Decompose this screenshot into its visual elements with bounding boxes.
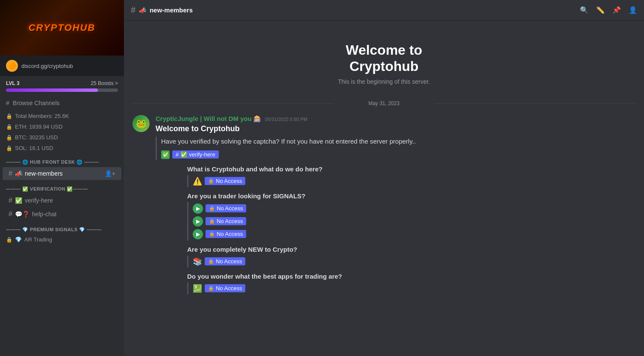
message-header: CrypticJungle | Will not DM you 🎰 05/31/… (156, 115, 635, 123)
section-question: What is Cryptohub and what do we do here… (187, 165, 627, 173)
hash-icon: # (9, 170, 12, 177)
channel-help-chat[interactable]: # 💬❓ help-chat (3, 208, 121, 221)
boost-count: 25 Boosts > (91, 80, 118, 86)
server-banner-title: CRYPTOHUB (29, 22, 96, 33)
channel-name-label: AR Trading (24, 236, 52, 243)
arrow-icon: ▶ (193, 203, 203, 214)
section-question: Are you a trader looking for SIGNALS? (187, 192, 627, 200)
welcome-subtitle: This is the beginning of this server. (132, 78, 635, 85)
locked-info-section: 🔒 Total Members: 25.6K 🔒 ETH: 1839.94 US… (0, 111, 124, 153)
locked-ar-trading: 🔒 💎 AR Trading (0, 234, 124, 245)
section-question: Are you completely NEW to Crypto? (187, 246, 627, 253)
message-author: CrypticJungle | Will not DM you 🎰 (156, 115, 262, 123)
checkmark-small: ✅ (180, 151, 187, 158)
channel-new-members[interactable]: # 📣 new-members 👤+ (3, 167, 121, 180)
lock-icon: 🔒 (209, 231, 215, 237)
verify-channel-link[interactable]: # ✅ verify-here (172, 150, 219, 159)
locked-item: 🔒 BTC: 30235 USD (0, 132, 124, 143)
section-signals: Are you a trader looking for SIGNALS? ▶ … (187, 192, 627, 241)
channel-name-label: verify-here (25, 197, 53, 204)
topbar-channel-name: new-members (150, 6, 193, 14)
books-icon: 📚 (193, 257, 202, 266)
no-access-badge[interactable]: 🔒 No Access (205, 257, 245, 265)
arrow-icon: ▶ (193, 216, 203, 227)
server-invite-row: 🟠 discord.gg/cryptohub (0, 56, 124, 76)
section-new-crypto: Are you completely NEW to Crypto? 📚 🔒 No… (187, 246, 627, 268)
browse-channels-button[interactable]: # Browse Channels (0, 95, 124, 111)
warning-icon: ⚠️ (193, 177, 202, 186)
add-member-icon[interactable]: 👤+ (105, 170, 115, 177)
channel-emoji: 📣 (15, 170, 22, 177)
topbar-speaker-icon: 📣 (139, 7, 146, 14)
lock-icon: 🔒 (6, 113, 12, 119)
no-access-label: No Access (216, 285, 242, 291)
channel-name-label: new-members (25, 170, 63, 177)
hash-icon: # (9, 210, 12, 218)
no-access-badge[interactable]: 🔒 No Access (205, 177, 245, 185)
welcome-title: Welcome toCryptohub (132, 42, 635, 75)
no-access-label: No Access (216, 178, 242, 184)
message-content-body: CrypticJungle | Will not DM you 🎰 05/31/… (156, 115, 635, 294)
category-label: ——— 🌐 HUB FRONT DESK 🌐 ——— (6, 159, 99, 165)
section-best-apps: Do you wonder what the best apps for tra… (187, 273, 627, 294)
no-access-badge[interactable]: 🔒 No Access (206, 217, 246, 225)
chat-area: Welcome toCryptohub This is the beginnin… (124, 21, 644, 356)
hash-icon: # (176, 151, 179, 158)
no-access-badge[interactable]: 🔒 No Access (206, 230, 246, 238)
hashtag-icon: # (6, 100, 9, 106)
main-content: # 📣 new-members 🔍 ✏️ 📌 👤 Welcome toCrypt… (124, 0, 644, 356)
members-icon[interactable]: 👤 (629, 6, 637, 14)
lock-icon: 🔒 (6, 145, 12, 151)
topbar: # 📣 new-members 🔍 ✏️ 📌 👤 (124, 0, 644, 21)
message-timestamp: 05/31/2023 5:50 PM (265, 117, 307, 122)
channel-name-label: help-chat (32, 211, 57, 218)
lock-icon: 🔒 (6, 237, 12, 243)
boost-progress-fill (6, 88, 98, 92)
sol-price: SOL: 16.1 USD (15, 145, 53, 151)
section-question: Do you wonder what the best apps for tra… (187, 273, 627, 280)
message-title: Welcome to Cryptohub (156, 124, 635, 133)
no-access-row: ⚠️ 🔒 No Access (193, 175, 627, 187)
lock-icon: 🔒 (6, 124, 12, 130)
server-invite-link: discord.gg/cryptohub (21, 63, 73, 69)
eth-price: ETH: 1839.94 USD (15, 124, 62, 130)
no-access-row: 📚 🔒 No Access (193, 256, 627, 268)
lock-icon: 🔒 (6, 135, 12, 141)
hash-icon: # (9, 197, 12, 204)
verify-channel-name: verify-here (189, 151, 215, 158)
channel-verify-here[interactable]: # ✅ verify-here (3, 194, 121, 207)
no-access-badge[interactable]: 🔒 No Access (205, 284, 245, 292)
no-access-row-1: ▶ 🔒 No Access (193, 202, 627, 215)
server-icon: 🟠 (6, 60, 18, 72)
edit-icon[interactable]: ✏️ (596, 6, 605, 14)
channel-emoji: 💬❓ (15, 211, 29, 218)
yen-icon: 💹 (193, 284, 202, 293)
date-divider: May 31, 2023 (132, 100, 635, 106)
pin-icon[interactable]: 📌 (612, 6, 621, 14)
category-label: ——— 💎 PREMIUM SIGNALS 💎 ——— (6, 227, 102, 232)
arrow-icon: ▶ (193, 229, 203, 239)
no-access-badge[interactable]: 🔒 No Access (206, 204, 246, 212)
lock-icon: 🔒 (209, 206, 215, 211)
verify-link-row: ✅ # ✅ verify-here (161, 149, 635, 160)
locked-item: 🔒 Total Members: 25.6K (0, 111, 124, 121)
no-access-label: No Access (216, 258, 242, 265)
category-premium-signals: ——— 💎 PREMIUM SIGNALS 💎 ——— (0, 221, 124, 234)
boost-bar: LVL 3 25 Boosts > (0, 76, 124, 95)
server-banner[interactable]: CRYPTOHUB (0, 0, 124, 56)
search-threads-icon[interactable]: 🔍 (580, 6, 588, 14)
btc-price: BTC: 30235 USD (15, 134, 58, 141)
boost-level: LVL 3 (6, 80, 20, 86)
checkmark-icon: ✅ (161, 150, 170, 159)
welcome-header: Welcome toCryptohub This is the beginnin… (124, 29, 644, 94)
category-hub-front-desk: ——— 🌐 HUB FRONT DESK 🌐 ——— (0, 153, 124, 167)
lock-icon: 🔒 (209, 218, 215, 224)
lock-icon: 🔒 (208, 259, 214, 264)
locked-item: 🔒 ETH: 1839.94 USD (0, 121, 124, 132)
channel-emoji: 💎 (15, 236, 22, 243)
category-verification: ——— ✅ VERIFICATION ✅——— (0, 180, 124, 194)
intro-text: Have you verified by solving the captcha… (161, 137, 635, 146)
no-access-label: No Access (217, 205, 243, 212)
message-container: 🐸 CrypticJungle | Will not DM you 🎰 05/3… (124, 113, 644, 296)
channel-emoji: ✅ (15, 197, 22, 204)
